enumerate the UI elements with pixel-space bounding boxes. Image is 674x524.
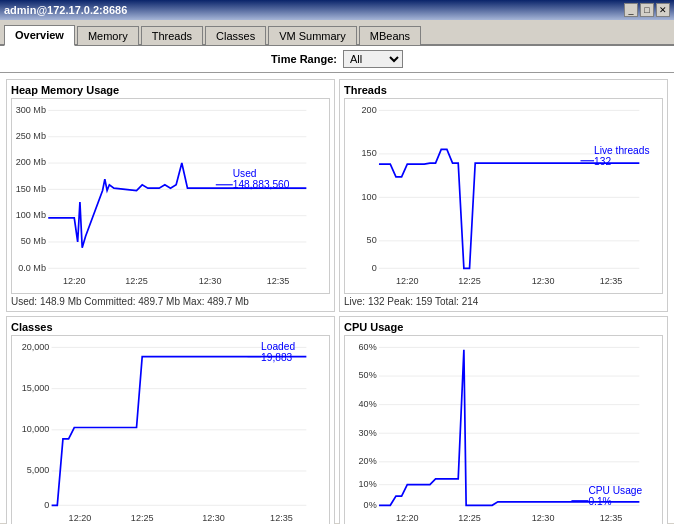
y-label: 250 Mb <box>16 131 46 141</box>
tab-vmsummary[interactable]: VM Summary <box>268 26 357 45</box>
y-label: 40% <box>359 399 377 409</box>
x-label: 12:25 <box>131 514 154 524</box>
x-label: 12:30 <box>199 276 222 286</box>
cpu-legend-value: 0.1% <box>588 497 611 508</box>
heap-memory-svg: 300 Mb 250 Mb 200 Mb 150 Mb 100 Mb 50 Mb… <box>12 99 329 293</box>
classes-legend-value: 19,883 <box>261 353 292 364</box>
cpu-usage-title: CPU Usage <box>344 321 663 333</box>
cpu-usage-panel: CPU Usage 60% 50% 40% 30% 20% 10% 0% <box>339 316 668 524</box>
window-controls: _ □ ✕ <box>624 3 670 17</box>
heap-legend-value: 148,883,560 <box>233 179 290 190</box>
y-label: 150 Mb <box>16 184 46 194</box>
y-label: 0% <box>364 500 377 510</box>
threads-legend-value: 132 <box>594 156 611 167</box>
x-label: 12:35 <box>600 514 623 524</box>
threads-title: Threads <box>344 84 663 96</box>
y-label: 150 <box>362 148 377 158</box>
x-label: 12:20 <box>63 276 86 286</box>
threads-svg: 200 150 100 50 0 12:20 12:25 12:30 12:35 <box>345 99 662 293</box>
y-label: 50 <box>367 235 377 245</box>
cpu-legend: CPU Usage <box>588 485 642 496</box>
y-label: 0 <box>372 263 377 273</box>
tab-bar: Overview Memory Threads Classes VM Summa… <box>0 20 674 46</box>
threads-legend: Live threads <box>594 145 649 156</box>
threads-panel: Threads 200 150 100 50 0 12:20 12:25 <box>339 79 668 312</box>
threads-chart: 200 150 100 50 0 12:20 12:25 12:30 12:35 <box>344 98 663 294</box>
x-label: 12:30 <box>532 514 555 524</box>
x-label: 12:30 <box>202 514 225 524</box>
heap-legend: Used <box>233 168 257 179</box>
classes-svg: 20,000 15,000 10,000 5,000 0 12:20 12:25… <box>12 336 329 524</box>
close-button[interactable]: ✕ <box>656 3 670 17</box>
tab-classes[interactable]: Classes <box>205 26 266 45</box>
y-label: 0 <box>44 500 49 510</box>
x-label: 12:35 <box>600 276 623 286</box>
classes-chart: 20,000 15,000 10,000 5,000 0 12:20 12:25… <box>11 335 330 524</box>
content-grid: Heap Memory Usage 300 Mb 250 Mb 200 Mb 1… <box>0 73 674 523</box>
x-label: 12:20 <box>396 514 419 524</box>
heap-memory-title: Heap Memory Usage <box>11 84 330 96</box>
y-label: 20,000 <box>22 342 50 352</box>
x-label: 12:25 <box>125 276 148 286</box>
x-label: 12:25 <box>458 276 481 286</box>
y-label: 20% <box>359 457 377 467</box>
y-label: 5,000 <box>27 466 50 476</box>
y-label: 10% <box>359 479 377 489</box>
y-label: 10,000 <box>22 424 50 434</box>
cpu-usage-chart: 60% 50% 40% 30% 20% 10% 0% 12:20 12:2 <box>344 335 663 524</box>
y-label: 50 Mb <box>21 236 46 246</box>
y-label: 0.0 Mb <box>18 263 46 273</box>
time-range-label: Time Range: <box>271 53 337 65</box>
x-label: 12:30 <box>532 276 555 286</box>
classes-title: Classes <box>11 321 330 333</box>
heap-memory-status: Used: 148.9 Mb Committed: 489.7 Mb Max: … <box>11 296 330 307</box>
y-label: 60% <box>359 342 377 352</box>
y-label: 30% <box>359 428 377 438</box>
cpu-svg: 60% 50% 40% 30% 20% 10% 0% 12:20 12:2 <box>345 336 662 524</box>
y-label: 200 Mb <box>16 157 46 167</box>
x-label: 12:20 <box>69 514 92 524</box>
tab-mbeans[interactable]: MBeans <box>359 26 421 45</box>
minimize-button[interactable]: _ <box>624 3 638 17</box>
threads-status: Live: 132 Peak: 159 Total: 214 <box>344 296 663 307</box>
tab-overview[interactable]: Overview <box>4 25 75 46</box>
heap-memory-chart: 300 Mb 250 Mb 200 Mb 150 Mb 100 Mb 50 Mb… <box>11 98 330 294</box>
x-label: 12:20 <box>396 276 419 286</box>
tab-memory[interactable]: Memory <box>77 26 139 45</box>
heap-memory-panel: Heap Memory Usage 300 Mb 250 Mb 200 Mb 1… <box>6 79 335 312</box>
y-label: 100 <box>362 192 377 202</box>
maximize-button[interactable]: □ <box>640 3 654 17</box>
classes-legend: Loaded <box>261 341 295 352</box>
window-title: admin@172.17.0.2:8686 <box>4 4 127 16</box>
y-label: 200 <box>362 105 377 115</box>
x-label: 12:25 <box>458 514 481 524</box>
y-label: 15,000 <box>22 383 50 393</box>
tab-threads[interactable]: Threads <box>141 26 203 45</box>
x-label: 12:35 <box>267 276 290 286</box>
y-label: 50% <box>359 371 377 381</box>
toolbar: Time Range: All 1 min 5 min 15 min 30 mi… <box>0 46 674 73</box>
y-label: 100 Mb <box>16 210 46 220</box>
x-label: 12:35 <box>270 514 293 524</box>
y-label: 300 Mb <box>16 105 46 115</box>
classes-panel: Classes 20,000 15,000 10,000 5,000 0 12:… <box>6 316 335 524</box>
title-bar: admin@172.17.0.2:8686 _ □ ✕ <box>0 0 674 20</box>
time-range-select[interactable]: All 1 min 5 min 15 min 30 min 1 hour <box>343 50 403 68</box>
